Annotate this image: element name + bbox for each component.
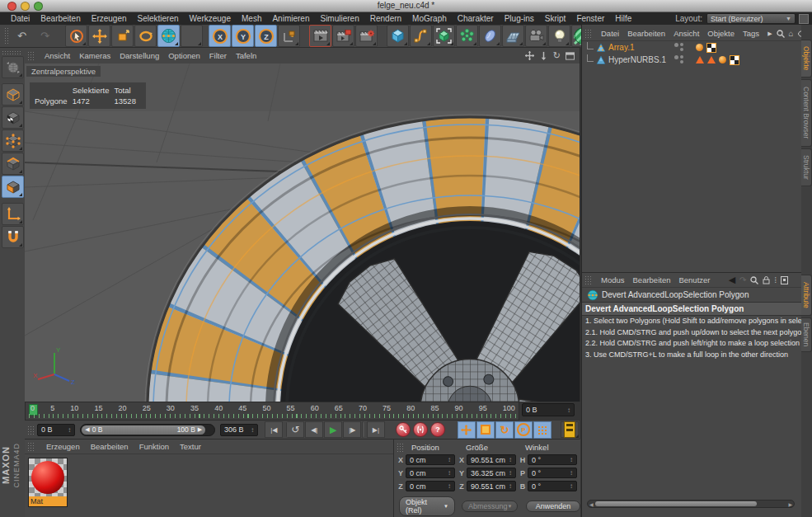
step-back-button[interactable]: ◀|	[305, 421, 323, 438]
material-menu-erzeugen[interactable]: Erzeugen	[46, 442, 80, 451]
phong-tag-icon[interactable]	[719, 56, 726, 63]
visibility-render-dots[interactable]	[680, 55, 683, 65]
render-region-button[interactable]	[332, 25, 354, 47]
axis-mode-button[interactable]	[2, 203, 24, 225]
material-menu-textur[interactable]: Textur	[180, 442, 201, 451]
om-menu-objekte[interactable]: Objekte	[707, 29, 735, 38]
edges-mode-button[interactable]	[2, 153, 24, 175]
tree-branch[interactable]	[587, 42, 594, 49]
texture-tag-icon[interactable]	[706, 43, 716, 53]
play-backwards-button[interactable]: ↺	[286, 421, 304, 438]
visibility-render-dots[interactable]	[680, 43, 683, 53]
undo-button[interactable]: ↶	[11, 25, 33, 47]
am-menu-modus[interactable]: Modus	[601, 275, 625, 284]
key-parameter-toggle[interactable]: P	[514, 421, 533, 439]
home-icon[interactable]: ⌂	[789, 29, 794, 38]
selection-tag-icon[interactable]	[696, 56, 704, 63]
tab-ebenen[interactable]: Ebenen	[801, 317, 812, 352]
material-name[interactable]: Mat	[29, 496, 67, 506]
scrollbar-thumb[interactable]	[595, 501, 757, 506]
key-scale-toggle[interactable]	[476, 421, 495, 439]
autokey-button[interactable]	[413, 422, 428, 437]
material-menu-bearbeiten[interactable]: Bearbeiten	[91, 442, 129, 451]
menu-mograph[interactable]: MoGraph	[412, 14, 447, 23]
key-rotation-toggle[interactable]: ↻	[495, 421, 514, 439]
layout-dropdown[interactable]: Start (Benutzer) ▼	[706, 13, 796, 24]
apply-button[interactable]: Anwenden	[526, 501, 580, 512]
add-modeling-object-button[interactable]	[456, 25, 478, 47]
size-y-field[interactable]: 36.325 cm↕	[467, 468, 516, 478]
visibility-editor-dot[interactable]	[674, 55, 678, 59]
active-tool-row[interactable]: Devert AdvancedLoopSelection Polygon	[582, 288, 801, 302]
coords-handle[interactable]	[397, 443, 405, 452]
panel-icon[interactable]	[781, 276, 788, 284]
size-z-field[interactable]: 90.551 cm↕	[467, 481, 516, 491]
menu-skript[interactable]: Skript	[545, 14, 566, 23]
viewport-menu-darstellung[interactable]: Darstellung	[120, 51, 159, 60]
material-item[interactable]: Mat	[28, 458, 68, 507]
menu-selektieren[interactable]: Selektieren	[138, 14, 179, 23]
scroll-right-icon[interactable]: ▶	[788, 501, 792, 507]
palette-drag-handle[interactable]	[2, 50, 21, 54]
render-view-button[interactable]	[309, 25, 331, 47]
keyframe-selection-button[interactable]	[561, 421, 579, 438]
model-mode-button[interactable]	[2, 83, 24, 106]
key-pla-toggle[interactable]	[533, 421, 552, 439]
zoom-view-icon[interactable]	[539, 51, 548, 60]
menu-erzeugen[interactable]: Erzeugen	[92, 14, 127, 23]
make-editable-button[interactable]	[2, 56, 24, 78]
om-menu-tags[interactable]: Tags	[743, 29, 759, 38]
redo-button[interactable]: ↷	[34, 25, 56, 47]
scale-tool-button[interactable]	[111, 25, 134, 47]
tab-objekte[interactable]: Objekte	[801, 40, 812, 78]
spinner-icon[interactable]: ↕	[68, 426, 71, 434]
timeline-frame-field[interactable]: 0 B ↕	[522, 403, 575, 416]
goto-end-button[interactable]: ▶|	[367, 421, 385, 438]
menu-charakter[interactable]: Charakter	[458, 14, 494, 23]
om-menu-handle[interactable]	[584, 29, 593, 38]
timeline-ruler[interactable]: 05 1015 2025 3035 4045 5055 6065 7075 80…	[25, 402, 519, 421]
angle-b-field[interactable]: 0 °↕	[528, 481, 577, 491]
toolbar-drag-handle[interactable]	[4, 27, 8, 45]
viewport-menu-ansicht[interactable]: Ansicht	[45, 51, 70, 60]
viewport-menu-filter[interactable]: Filter	[209, 51, 227, 60]
object-row-array[interactable]: Array.1	[582, 41, 812, 54]
om-menu-ansicht[interactable]: Ansicht	[674, 29, 699, 38]
menu-datei[interactable]: Datei	[11, 14, 30, 23]
attribute-scrollbar[interactable]: ◀ ▶	[587, 500, 795, 508]
viewport-menu-optionen[interactable]: Optionen	[168, 51, 200, 60]
live-selection-button[interactable]	[65, 25, 87, 47]
add-floor-button[interactable]	[502, 25, 524, 47]
range-right-arrow-icon[interactable]: ▶	[198, 426, 202, 433]
texture-mode-button[interactable]	[2, 106, 24, 129]
add-spline-button[interactable]	[410, 25, 432, 47]
record-keyframe-button[interactable]	[396, 422, 411, 437]
coords-mode-dropdown[interactable]: Objekt (Rel)▼	[399, 496, 455, 516]
tab-attribute[interactable]: Attribute	[801, 275, 812, 316]
angle-p-field[interactable]: 0 °↕	[528, 468, 577, 478]
phong-tag-icon[interactable]	[696, 44, 703, 51]
visibility-editor-dot[interactable]	[674, 43, 678, 47]
add-deformer-button[interactable]	[479, 25, 501, 47]
pos-x-field[interactable]: 0 cm↕	[406, 454, 455, 465]
material-preview[interactable]	[29, 458, 67, 496]
tree-branch[interactable]	[587, 54, 594, 62]
viewport-menu-kameras[interactable]: Kameras	[79, 51, 110, 60]
add-light-button[interactable]	[548, 25, 570, 47]
spinner-icon[interactable]: ↕	[251, 426, 254, 434]
render-settings-button[interactable]	[355, 25, 378, 47]
pos-z-field[interactable]: 0 cm↕	[406, 481, 455, 491]
menu-plugins[interactable]: Plug-ins	[505, 14, 534, 23]
angle-h-field[interactable]: 0 °↕	[528, 454, 577, 465]
menu-hilfe[interactable]: Hilfe	[615, 14, 631, 23]
transport-drag-handle[interactable]	[27, 425, 35, 435]
step-forward-button[interactable]: |▶	[343, 421, 361, 438]
tool-dropdown-button[interactable]	[181, 25, 203, 47]
rotate-tool-button[interactable]	[134, 25, 157, 47]
coordinate-system-button[interactable]	[278, 25, 300, 47]
material-menu-funktion[interactable]: Funktion	[139, 442, 169, 451]
toggle-view-icon[interactable]	[566, 52, 575, 60]
play-button[interactable]: ▶	[324, 421, 342, 438]
spinner-icon[interactable]: ↕	[567, 407, 570, 414]
am-menu-benutzer[interactable]: Benutzer	[678, 275, 710, 284]
